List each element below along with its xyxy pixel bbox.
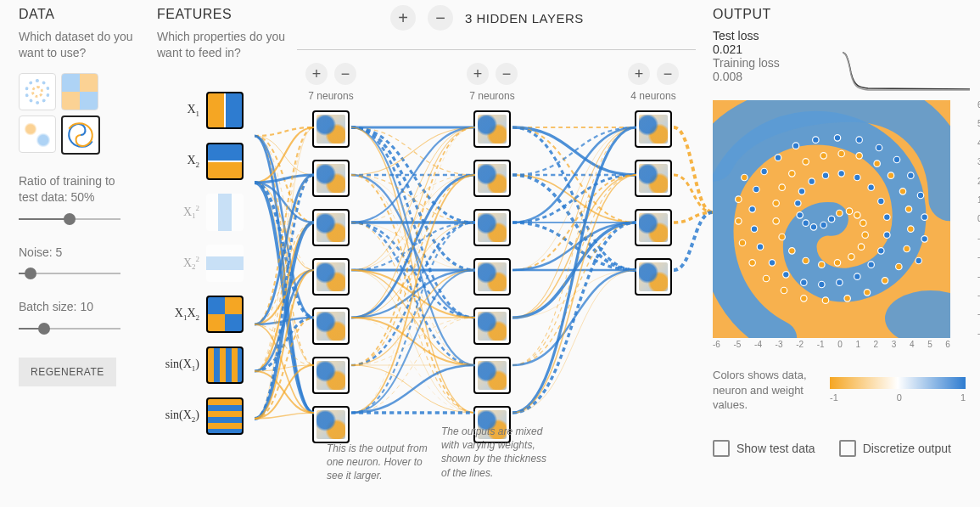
neuron-l3-1[interactable] <box>635 110 672 148</box>
svg-point-12 <box>803 257 809 263</box>
neuron-l1-6[interactable] <box>312 357 350 394</box>
svg-point-25 <box>899 189 905 194</box>
layer1-add-neuron[interactable]: + <box>305 63 328 85</box>
feature-sinx1[interactable] <box>206 346 244 384</box>
layer2-add-neuron[interactable]: + <box>467 63 489 85</box>
ratio-slider[interactable] <box>19 212 120 226</box>
svg-point-29 <box>896 263 902 269</box>
svg-point-53 <box>868 184 874 190</box>
svg-point-26 <box>905 206 911 212</box>
feature-x1sq[interactable] <box>206 194 244 231</box>
loss-curve-chart <box>843 49 970 92</box>
dataset-xor[interactable] <box>61 73 98 110</box>
feature-label-sinx2: sin(X2) <box>157 408 199 424</box>
svg-point-48 <box>798 189 804 194</box>
svg-point-28 <box>904 245 910 251</box>
feature-x1[interactable] <box>206 92 244 129</box>
svg-point-62 <box>801 279 807 285</box>
neuron-l1-4[interactable] <box>312 258 350 296</box>
layer3-remove-neuron[interactable]: − <box>657 63 679 85</box>
svg-point-19 <box>803 159 809 165</box>
layer1-remove-neuron[interactable]: − <box>334 63 356 85</box>
svg-point-45 <box>803 220 809 226</box>
feature-x2sq[interactable] <box>206 245 244 282</box>
svg-point-74 <box>856 137 862 143</box>
svg-point-4 <box>846 208 852 214</box>
svg-point-20 <box>820 153 826 159</box>
checkbox-show-test-data[interactable]: Show test data <box>713 440 815 457</box>
svg-point-38 <box>739 239 745 245</box>
features-question: Which properties do you want to feed in? <box>157 29 293 61</box>
svg-point-81 <box>916 257 921 263</box>
noise-label: Noise: 5 <box>19 245 137 261</box>
svg-point-54 <box>878 198 884 204</box>
neuron-l2-4[interactable] <box>473 258 511 296</box>
svg-point-61 <box>819 281 825 287</box>
neuron-l2-5[interactable] <box>473 307 511 345</box>
svg-point-43 <box>820 222 826 228</box>
output-heatmap[interactable] <box>713 100 950 338</box>
feature-x1x2[interactable] <box>206 296 244 333</box>
heatmap-x-ticks: -6-5-4-3-2-10123456 <box>713 340 950 349</box>
svg-point-6 <box>860 220 866 226</box>
svg-point-57 <box>878 248 884 254</box>
regenerate-button[interactable]: REGENERATE <box>19 358 116 386</box>
dataset-gauss[interactable] <box>19 115 56 153</box>
svg-point-7 <box>862 232 868 238</box>
svg-point-24 <box>888 172 893 178</box>
svg-point-42 <box>828 216 834 222</box>
svg-point-70 <box>775 155 781 161</box>
layer3-add-neuron[interactable]: + <box>628 63 650 85</box>
feature-x2[interactable] <box>206 143 244 180</box>
neuron-l1-3[interactable] <box>312 209 350 246</box>
svg-point-67 <box>749 206 755 212</box>
features-title: FEATURES <box>157 7 293 22</box>
neuron-l2-6[interactable] <box>473 357 511 394</box>
svg-point-32 <box>844 296 850 301</box>
svg-point-68 <box>753 186 759 192</box>
svg-point-14 <box>779 234 785 239</box>
add-layer-button[interactable]: + <box>390 5 416 31</box>
neuron-l2-3[interactable] <box>473 209 511 246</box>
svg-point-8 <box>858 244 864 250</box>
neuron-l1-2[interactable] <box>312 160 350 197</box>
data-question: Which dataset do you want to use? <box>19 29 137 61</box>
svg-point-78 <box>917 192 923 198</box>
neuron-l1-7[interactable] <box>312 406 350 443</box>
layer1-neuron-count: 7 neurons <box>297 90 365 102</box>
checkbox-discretize-output[interactable]: Discretize output <box>839 440 951 457</box>
batch-slider[interactable] <box>19 322 120 335</box>
neuron-l2-1[interactable] <box>473 110 511 148</box>
remove-layer-button[interactable]: − <box>428 5 453 31</box>
svg-point-63 <box>783 272 789 278</box>
dataset-spiral[interactable] <box>61 115 100 155</box>
neuron-l2-2[interactable] <box>473 160 511 197</box>
neuron-l1-1[interactable] <box>312 110 350 148</box>
svg-point-30 <box>882 278 888 284</box>
svg-point-46 <box>797 212 803 218</box>
svg-point-5 <box>854 212 860 218</box>
feature-sinx2[interactable] <box>206 397 244 435</box>
checkbox-icon <box>713 440 730 457</box>
svg-point-55 <box>884 214 890 220</box>
neuron-l3-2[interactable] <box>635 160 672 197</box>
layer2-remove-neuron[interactable]: − <box>496 63 518 85</box>
noise-slider[interactable] <box>19 267 120 280</box>
hidden-layers-count: 3 HIDDEN LAYERS <box>465 11 584 25</box>
svg-point-59 <box>854 273 860 279</box>
svg-point-65 <box>757 244 763 250</box>
svg-point-69 <box>761 168 767 174</box>
neuron-l3-3[interactable] <box>635 209 672 246</box>
svg-point-11 <box>819 262 825 268</box>
layer3-neuron-count: 4 neurons <box>619 90 687 102</box>
ratio-label: Ratio of training to test data: 50% <box>19 173 137 206</box>
svg-point-76 <box>893 156 899 162</box>
output-title: OUTPUT <box>713 7 970 22</box>
neuron-l3-4[interactable] <box>635 258 672 296</box>
neuron-l1-5[interactable] <box>312 307 350 345</box>
svg-point-77 <box>908 172 914 178</box>
checkbox-icon <box>839 440 856 457</box>
svg-point-47 <box>795 200 801 206</box>
layer2-neuron-count: 7 neurons <box>458 90 526 102</box>
dataset-circle[interactable] <box>19 73 56 110</box>
